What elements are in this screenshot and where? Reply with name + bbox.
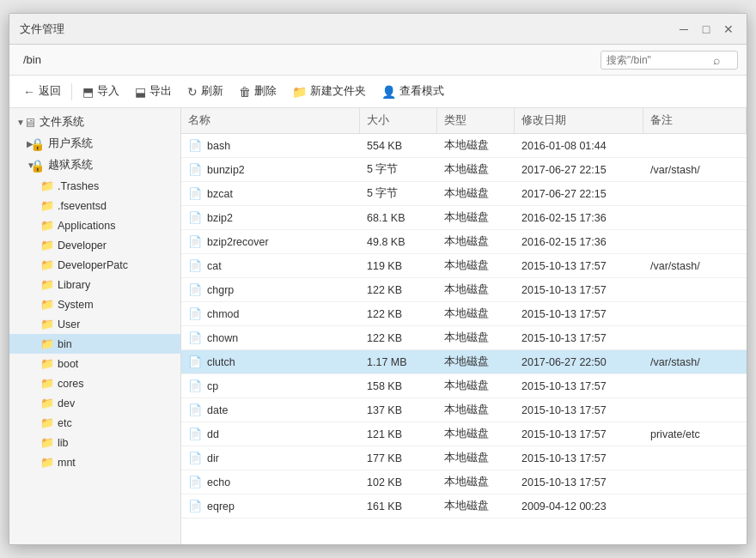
col-header-note[interactable]: 备注	[643, 108, 747, 133]
sidebar-item-library[interactable]: 📁 Library	[9, 275, 180, 294]
sidebar-label: Applications	[58, 220, 115, 232]
new-folder-button[interactable]: 📁 新建文件夹	[285, 81, 373, 102]
file-date: 2015-10-13 17:57	[515, 280, 643, 300]
sidebar-label: mnt	[58, 457, 76, 469]
file-icon: 📄	[188, 452, 202, 464]
table-row[interactable]: 📄 cp 158 KB 本地磁盘 2015-10-13 17:57	[181, 374, 747, 398]
file-name: bzip2recover	[207, 236, 269, 248]
folder-icon-sm: 📁	[40, 397, 54, 409]
sidebar-item-developerpatc[interactable]: 📁 DeveloperPatc	[9, 255, 180, 275]
table-row[interactable]: 📄 chgrp 122 KB 本地磁盘 2015-10-13 17:57	[181, 278, 747, 302]
file-size: 122 KB	[360, 328, 437, 349]
table-row[interactable]: 📄 chown 122 KB 本地磁盘 2015-10-13 17:57	[181, 326, 747, 350]
minimize-button[interactable]: ─	[676, 21, 692, 37]
sidebar-item-mnt[interactable]: 📁 mnt	[9, 452, 180, 472]
file-name-cell: 📄 cp	[181, 375, 360, 397]
file-date: 2015-10-13 17:57	[515, 448, 643, 469]
file-type: 本地磁盘	[437, 398, 515, 422]
table-row[interactable]: 📄 date 137 KB 本地磁盘 2015-10-13 17:57	[181, 398, 747, 422]
table-row[interactable]: 📄 chmod 122 KB 本地磁盘 2015-10-13 17:57	[181, 302, 747, 326]
sidebar-label: Library	[58, 279, 90, 291]
back-button[interactable]: ← 返回	[16, 81, 68, 102]
sidebar-items-container: 📁 .Trashes 📁 .fseventsd 📁 Applications 📁…	[9, 176, 180, 472]
table-row[interactable]: 📄 clutch 1.17 MB 本地磁盘 2017-06-27 22:50 /…	[181, 350, 747, 374]
sidebar-item-etc[interactable]: 📁 etc	[9, 413, 180, 433]
file-icon: 📄	[188, 139, 202, 152]
sidebar-item-label-jailsystem: 越狱系统	[48, 158, 93, 173]
address-path[interactable]: /bin	[18, 51, 594, 69]
sidebar-item-jailsystem[interactable]: ▼ 🔒 越狱系统	[9, 155, 180, 176]
file-size: 158 KB	[360, 376, 437, 397]
col-header-size[interactable]: 大小	[360, 108, 437, 133]
sidebar-item-dev[interactable]: 📁 dev	[9, 393, 180, 413]
sidebar-item-applications[interactable]: 📁 Applications	[9, 215, 180, 235]
search-input[interactable]	[607, 54, 710, 66]
table-row[interactable]: 📄 bzip2 68.1 KB 本地磁盘 2016-02-15 17:36	[181, 206, 747, 230]
sidebar-item-bin[interactable]: 📁 bin	[9, 334, 180, 354]
folder-icon-sm: 📁	[40, 239, 54, 252]
file-name: date	[207, 404, 228, 416]
file-type: 本地磁盘	[437, 182, 515, 205]
table-row[interactable]: 📄 dd 121 KB 本地磁盘 2015-10-13 17:57 privat…	[181, 422, 747, 446]
file-name-cell: 📄 bzip2recover	[181, 231, 360, 252]
sidebar-label: DeveloperPatc	[58, 259, 128, 271]
file-note	[643, 382, 747, 391]
table-row[interactable]: 📄 cat 119 KB 本地磁盘 2015-10-13 17:57 /var/…	[181, 254, 747, 278]
search-box: ⌕	[601, 51, 738, 70]
file-type: 本地磁盘	[437, 158, 515, 181]
view-mode-button[interactable]: 👤 查看模式	[375, 81, 451, 102]
file-note	[643, 502, 747, 511]
close-button[interactable]: ✕	[721, 21, 736, 37]
sidebar-item-developer[interactable]: 📁 Developer	[9, 235, 180, 255]
table-row[interactable]: 📄 echo 102 KB 本地磁盘 2015-10-13 17:57	[181, 470, 747, 494]
main-window: 文件管理 ─ □ ✕ /bin ⌕ ← 返回 ⬒ 导入 ⬓ 导出 ↻ 刷新	[9, 13, 747, 545]
file-size: 102 KB	[360, 472, 437, 493]
table-row[interactable]: 📄 dir 177 KB 本地磁盘 2015-10-13 17:57	[181, 446, 747, 470]
file-icon: 📄	[188, 428, 202, 440]
file-date: 2015-10-13 17:57	[515, 472, 643, 493]
sidebar-section-filesystem: ▼ 🖥 文件系统 ▶ 🔒 用户系统 ▼ 🔒 越狱系统	[9, 108, 180, 476]
maximize-button[interactable]: □	[698, 21, 714, 37]
table-row[interactable]: 📄 eqrep 161 KB 本地磁盘 2009-04-12 00:23	[181, 494, 747, 519]
folder-icon-sm: 📁	[40, 436, 54, 449]
file-name: bzip2	[207, 212, 233, 224]
folder-icon-sm: 📁	[40, 318, 54, 331]
file-note	[643, 190, 747, 198]
sidebar-item-cores[interactable]: 📁 cores	[9, 373, 180, 393]
file-note	[643, 214, 747, 222]
table-header: 名称 大小 类型 修改日期 备注	[181, 108, 747, 134]
sidebar-item-.fseventsd[interactable]: 📁 .fseventsd	[9, 196, 180, 215]
file-note	[643, 142, 747, 150]
search-icon[interactable]: ⌕	[713, 53, 720, 67]
table-row[interactable]: 📄 bunzip2 5 字节 本地磁盘 2017-06-27 22:15 /va…	[181, 158, 747, 182]
folder-icon-sm: 📁	[40, 258, 54, 271]
folder-icon-sm: 📁	[40, 456, 54, 469]
file-name: bzcat	[207, 188, 233, 200]
table-row[interactable]: 📄 bzcat 5 字节 本地磁盘 2017-06-27 22:15	[181, 182, 747, 206]
col-header-date[interactable]: 修改日期	[515, 108, 643, 133]
file-date: 2015-10-13 17:57	[515, 328, 643, 349]
sidebar-label: bin	[58, 338, 72, 350]
refresh-button[interactable]: ↻ 刷新	[180, 81, 230, 102]
table-row[interactable]: 📄 bzip2recover 49.8 KB 本地磁盘 2016-02-15 1…	[181, 230, 747, 254]
file-name: clutch	[207, 356, 235, 368]
delete-button[interactable]: 🗑 删除	[232, 81, 284, 102]
col-header-type[interactable]: 类型	[437, 108, 515, 133]
sidebar-label: etc	[58, 417, 72, 429]
sidebar-item-user[interactable]: 📁 User	[9, 314, 180, 334]
file-name: chmod	[207, 308, 240, 320]
file-note	[643, 406, 747, 415]
col-header-name[interactable]: 名称	[181, 108, 360, 133]
import-button[interactable]: ⬒ 导入	[76, 81, 126, 102]
sidebar-item-usersystem[interactable]: ▶ 🔒 用户系统	[9, 133, 180, 155]
sidebar-item-boot[interactable]: 📁 boot	[9, 354, 180, 373]
sidebar-item-.trashes[interactable]: 📁 .Trashes	[9, 176, 180, 196]
toolbar: ← 返回 ⬒ 导入 ⬓ 导出 ↻ 刷新 🗑 删除 📁 新建文件夹 👤 查看模式	[9, 76, 747, 108]
export-button[interactable]: ⬓ 导出	[128, 81, 179, 102]
sidebar-item-system[interactable]: 📁 System	[9, 294, 180, 314]
table-row[interactable]: 📄 bash 554 KB 本地磁盘 2016-01-08 01:44	[181, 134, 747, 158]
file-icon: 📄	[188, 211, 202, 224]
sidebar-item-filesystem[interactable]: ▼ 🖥 文件系统	[9, 112, 180, 133]
sidebar-item-lib[interactable]: 📁 lib	[9, 433, 180, 452]
sidebar-label: lib	[58, 437, 69, 449]
